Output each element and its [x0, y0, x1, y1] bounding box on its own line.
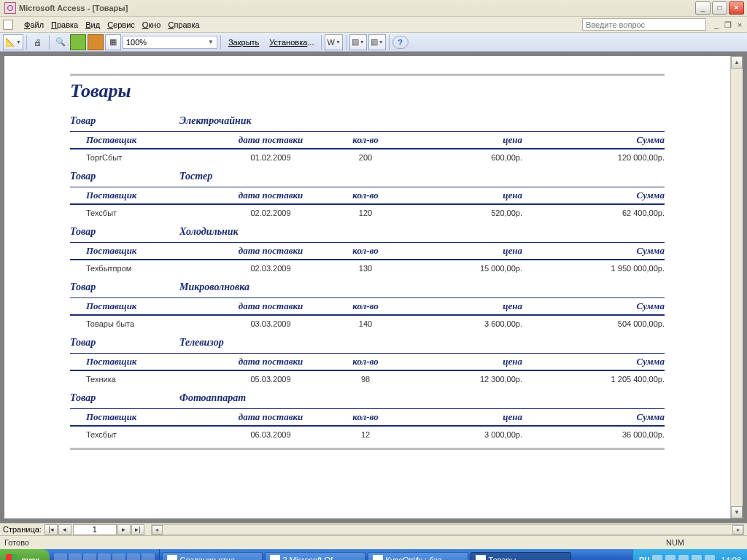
ql-icon[interactable] [127, 553, 140, 560]
windows-flag-icon [6, 554, 18, 560]
numlock-indicator: NUM [666, 538, 684, 547]
zoom-combo[interactable]: 100% ▼ [123, 36, 217, 49]
taskbar-task[interactable]: Товары [471, 552, 571, 561]
menu-правка[interactable]: Правка [47, 19, 82, 31]
start-button[interactable]: пуск [0, 549, 50, 560]
help-button[interactable]: ? [392, 36, 409, 49]
ql-icon[interactable] [112, 553, 125, 560]
group-header: ТоварЭлектрочайник [70, 112, 665, 128]
group-header: ТоварМикроволновка [70, 279, 665, 295]
scroll-left-icon[interactable]: ◂ [152, 525, 163, 534]
group-name: Телевизор [179, 337, 224, 349]
horizontal-scrollbar[interactable]: ◂ ▸ [151, 524, 744, 535]
one-page-button[interactable] [70, 34, 86, 50]
table-row: Техсбыт06.03.2009123 000,00р.36 000,00р. [70, 427, 665, 445]
clock[interactable]: 14:08 [721, 556, 741, 560]
close-preview-button[interactable]: Закрыть [224, 34, 263, 50]
view-button[interactable]: 📐▼ [3, 34, 23, 50]
taskbar-task[interactable]: Создание отче... [162, 552, 263, 561]
zoom-value: 100% [126, 38, 208, 47]
report-title: Товары [70, 80, 665, 102]
menubar: ФайлПравкаВидСервисОкноСправка _ ❐ × [0, 17, 747, 33]
page-navigator: Страница: |◂ ◂ ▸ ▸| ◂ ▸ [0, 523, 747, 536]
menu-справка[interactable]: Справка [164, 19, 203, 31]
ql-icon[interactable] [83, 553, 96, 560]
tray-icon[interactable] [665, 555, 676, 560]
tray-icon[interactable] [678, 555, 689, 560]
table-row: Техника05.03.20099812 300,00р.1 205 400,… [70, 371, 665, 389]
taskbar-task[interactable]: 2 Microsoft Of... [265, 552, 365, 561]
group-header: ТоварТостер [70, 168, 665, 184]
page-number-input[interactable] [73, 524, 117, 535]
status-bar: Готово NUM [0, 536, 747, 549]
group-name: Холодильник [179, 226, 239, 238]
group-name: Электрочайник [179, 115, 252, 127]
column-header-row: Поставщикдата поставкикол-воценаСумма [70, 187, 665, 205]
help-search-input[interactable] [582, 18, 706, 31]
system-tray: RU 14:08 [632, 549, 747, 560]
multi-page-button[interactable]: ▦ [105, 34, 121, 50]
group-name: Микроволновка [179, 281, 249, 293]
doc-restore-button[interactable]: ❐ [724, 20, 732, 29]
next-page-button[interactable]: ▸ [117, 524, 131, 535]
task-icon [270, 555, 280, 560]
new-object-button[interactable]: ▥▼ [368, 34, 386, 50]
doc-minimize-button[interactable]: _ [712, 20, 721, 29]
prev-page-button[interactable]: ◂ [58, 524, 71, 535]
menu-окно[interactable]: Окно [139, 19, 165, 31]
tray-icon[interactable] [652, 555, 662, 560]
first-page-button[interactable]: |◂ [44, 524, 58, 535]
scroll-up-icon[interactable]: ▲ [731, 56, 743, 69]
column-header-row: Поставщикдата поставкикол-воценаСумма [70, 298, 665, 316]
group-header: ТоварХолодильник [70, 223, 665, 239]
vertical-scrollbar[interactable]: ▲ ▼ [730, 56, 743, 518]
menu-вид[interactable]: Вид [82, 19, 104, 31]
doc-close-button[interactable]: × [735, 20, 744, 29]
group-header: ТоварТелевизор [70, 334, 665, 350]
window-title: Microsoft Access - [Товары] [19, 4, 128, 12]
scroll-down-icon[interactable]: ▼ [731, 506, 743, 518]
minimize-button[interactable]: _ [695, 1, 711, 15]
two-page-button[interactable] [88, 34, 104, 50]
language-indicator[interactable]: RU [639, 556, 649, 561]
task-icon [476, 555, 486, 560]
tray-icon[interactable] [705, 555, 715, 560]
titlebar: Microsoft Access - [Товары] _ □ × [0, 0, 747, 17]
column-header-row: Поставщикдата поставкикол-воценаСумма [70, 408, 665, 427]
quick-launch [50, 549, 160, 560]
database-window-button[interactable]: ▥▼ [349, 34, 367, 50]
officelink-button[interactable]: W▼ [325, 34, 342, 50]
column-header-row: Поставщикдата поставкикол-воценаСумма [70, 131, 665, 149]
ql-icon[interactable] [98, 553, 111, 560]
menu-файл[interactable]: Файл [20, 19, 47, 31]
table-row: Товары быта03.03.20091403 600,00р.504 00… [70, 316, 665, 334]
table-row: Техсбыт02.02.2009120520,00р.62 400,00р. [70, 205, 665, 223]
last-page-button[interactable]: ▸| [131, 524, 144, 535]
status-text: Готово [4, 538, 29, 547]
ql-icon[interactable] [69, 553, 82, 560]
ql-icon[interactable] [54, 553, 67, 560]
group-name: Фотоаппарат [179, 392, 246, 404]
print-button[interactable]: 🖨 [30, 34, 46, 50]
task-icon [373, 555, 383, 560]
tray-icon[interactable] [692, 555, 702, 560]
maximize-button[interactable]: □ [712, 1, 727, 15]
table-row: Техбытпром02.03.200913015 000,00р.1 950 … [70, 260, 665, 279]
ql-icon[interactable] [142, 553, 155, 560]
taskbar-task[interactable]: КурсОвИк : баз... [368, 552, 468, 561]
access-app-icon [4, 2, 16, 14]
table-row: ТоргСбыт01.02.2009200600,00р.120 000,00р… [70, 149, 665, 168]
menu-сервис[interactable]: Сервис [104, 19, 139, 31]
page-setup-button[interactable]: Установка... [265, 34, 318, 50]
zoom-button[interactable]: 🔍 [53, 34, 69, 50]
dropdown-arrow-icon: ▼ [208, 39, 214, 45]
report-page[interactable]: Товары ТоварЭлектрочайникПоставщикдата п… [4, 56, 730, 518]
page-label: Страница: [3, 525, 42, 534]
group-name: Тостер [179, 171, 212, 182]
taskbar: пуск Создание отче...2 Microsoft Of...Ку… [0, 549, 747, 560]
document-system-icon[interactable] [3, 20, 13, 30]
scroll-right-icon[interactable]: ▸ [732, 525, 743, 534]
group-header: ТоварФотоаппарат [70, 389, 665, 405]
close-button[interactable]: × [729, 1, 744, 15]
column-header-row: Поставщикдата поставкикол-воценаСумма [70, 353, 665, 371]
